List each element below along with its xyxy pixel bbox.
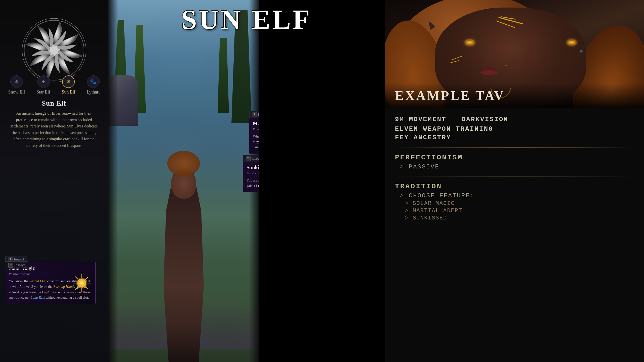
subrace-item-snow-elf[interactable]: ❄ Snow Elf [8, 75, 25, 95]
martial-prowess-subtitle: Passive Feature [253, 127, 259, 131]
svg-line-10 [86, 277, 88, 279]
fey-ancestry-stat: FEY ANCESTRY [395, 134, 451, 141]
inspect-label-solar: Inspect [14, 257, 24, 261]
martial-prowess-card: T Inspect Martial Prowess Passive Featur… [249, 117, 259, 154]
subrace-item-star-elf[interactable]: ✦ Star Elf [36, 75, 51, 95]
tradition-choose-feature: CHOOSE FEATURE: [395, 192, 634, 199]
stats-row-2: ELVEN WEAPON TRAINING [395, 125, 634, 133]
race-description-text: An ancient lineage of Elves renowned for… [8, 110, 100, 149]
inspect-label-sunkissed: Inspect [252, 157, 259, 161]
inspect-button-label: Inspect [15, 263, 25, 267]
example-tav-heading: EXAMPLE TAV [395, 88, 505, 103]
stats-section: 9M MOVEMENT DARKVISION ELVEN WEAPON TRAI… [395, 116, 634, 226]
t-key-martial: T [252, 112, 257, 117]
perfectionism-title: PERFECTIONISM [395, 154, 634, 161]
snow-elf-icon: ❄ [10, 75, 23, 88]
main-race-title: SUN ELF [108, 4, 385, 36]
snow-elf-label: Snow Elf [8, 89, 25, 95]
svg-line-11 [75, 287, 78, 289]
subrace-item-sun-elf[interactable]: ☀ Sun Elf [62, 75, 75, 95]
elven-weapon-training-stat: ELVEN WEAPON TRAINING [395, 125, 493, 133]
sunkissed-title: Sunkissed [247, 165, 259, 170]
daylight-highlight: Daylight [42, 290, 54, 294]
sunkissed-subtitle: Passive Feature [247, 171, 259, 175]
sacred-flame-highlight: Sacred Flame [29, 279, 49, 283]
star-elf-icon: ✦ [37, 75, 50, 88]
svg-line-9 [86, 287, 88, 289]
inspect-tag-sunkissed[interactable]: T Inspect [243, 155, 259, 162]
stat-divider-2 [395, 176, 634, 176]
sun-elf-icon: ☀ [62, 75, 75, 88]
character-portrait: EXAMPLE TAV [385, 0, 644, 108]
nose-ring [504, 65, 507, 66]
left-panel: ❄ Snow Elf ✦ Star Elf ☀ Sun Elf 🐾 Lythar… [0, 0, 108, 362]
sunkissed-body: You are Resistant to Fire damage. While … [247, 178, 259, 189]
martial-prowess-body: When you land a Critical Hit on a Weapon… [253, 134, 259, 150]
tradition-sunkissed[interactable]: SUNKISSED [395, 215, 634, 221]
eye-right [567, 40, 576, 45]
tradition-martial-adept[interactable]: MARTIAL ADEPT [395, 208, 634, 214]
inspect-tag-martial[interactable]: T Inspect [249, 111, 259, 118]
long-rest-highlight: Long Rest [31, 296, 45, 299]
character-figure [133, 136, 234, 362]
inspect-button-area: T Inspect [5, 261, 28, 269]
sun-elf-label: Sun Elf [62, 89, 75, 95]
svg-line-8 [75, 277, 78, 279]
left-edge-blend [108, 0, 118, 362]
character-hair [167, 151, 200, 176]
inspect-t-key: T [8, 263, 13, 268]
subrace-selector: ❄ Snow Elf ✦ Star Elf ☀ Sun Elf 🐾 Lythar… [0, 75, 108, 95]
movement-stat: 9M MOVEMENT [395, 116, 447, 123]
t-key-sunkissed: T [246, 156, 251, 161]
subrace-item-lythari[interactable]: 🐾 Lythari [87, 75, 100, 95]
sunkissed-card: T Inspect Sunkissed Passive Feature You … [243, 161, 259, 192]
tradition-section: TRADITION CHOOSE FEATURE: SOLAR MAGIC MA… [395, 183, 634, 221]
perfectionism-section: PERFECTIONISM PASSIVE [395, 154, 634, 170]
lythari-icon: 🐾 [87, 75, 100, 88]
darkvision-stat: DARKVISION [462, 116, 508, 123]
tradition-solar-magic[interactable]: SOLAR MAGIC [395, 200, 634, 207]
perfectionism-passive-item: PASSIVE [395, 163, 634, 170]
lower-lip [480, 70, 498, 75]
middle-panel: T Inspect Martial Prowess Passive Featur… [108, 0, 259, 362]
earring [580, 50, 582, 52]
stats-row-1: 9M MOVEMENT DARKVISION [395, 116, 634, 123]
character-body [158, 173, 209, 362]
stat-divider-1 [395, 147, 634, 148]
star-elf-label: Star Elf [36, 89, 51, 95]
lythari-label: Lythari [87, 89, 100, 95]
inspect-label-martial: Inspect [258, 113, 259, 117]
right-panel: EXAMPLE TAV 9M MOVEMENT DARKVISION ELVEN… [385, 0, 644, 362]
solar-magic-icon [72, 273, 92, 293]
t-key-solar: T [8, 257, 13, 262]
eye-left [465, 40, 474, 45]
race-name-heading: Sun Elf [0, 99, 108, 107]
stats-row-3: FEY ANCESTRY [395, 134, 634, 141]
inspect-button[interactable]: T Inspect [5, 261, 28, 269]
tradition-title: TRADITION [395, 183, 634, 190]
upper-lip [482, 67, 497, 70]
resistant-highlight: Resistant [258, 178, 259, 182]
martial-prowess-title: Martial Prowess [253, 121, 259, 126]
scene-background [108, 0, 259, 362]
